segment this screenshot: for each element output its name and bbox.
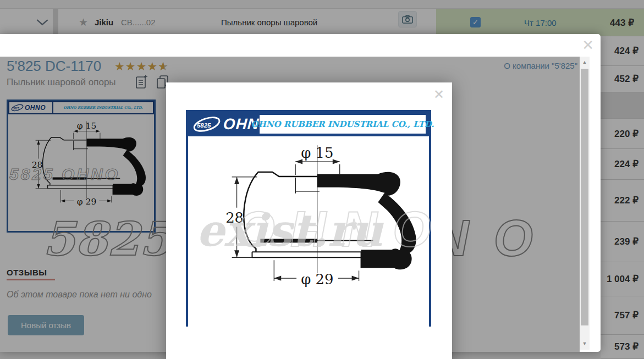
swoosh-icon: 5825 bbox=[191, 113, 223, 135]
lightbox-close-icon[interactable]: ✕ bbox=[433, 87, 444, 102]
image-lightbox: ✕ 5825 OHNO OHNO RUBBER INDUSTRIAL CO., … bbox=[166, 82, 452, 359]
modal-close-icon[interactable]: ✕ bbox=[582, 37, 594, 53]
company-name: OHNO RUBBER INDUSTRIAL CO., LTD. bbox=[260, 115, 426, 134]
brand-bar: 5825 OHNO OHNO RUBBER INDUSTRIAL CO., LT… bbox=[188, 112, 429, 136]
modal-header: ✕ bbox=[0, 34, 601, 57]
scroll-up-icon[interactable]: ▲ bbox=[580, 57, 590, 68]
technical-drawing bbox=[188, 136, 429, 327]
scrollbar-thumb[interactable] bbox=[581, 69, 588, 325]
boot-drawing bbox=[188, 136, 429, 324]
scroll-down-icon[interactable]: ▼ bbox=[580, 338, 590, 349]
svg-text:5825: 5825 bbox=[197, 122, 211, 129]
modal-scrollbar[interactable]: ▲ ▼ bbox=[580, 57, 590, 350]
drawing-frame: 5825 OHNO OHNO RUBBER INDUSTRIAL CO., LT… bbox=[186, 110, 431, 327]
